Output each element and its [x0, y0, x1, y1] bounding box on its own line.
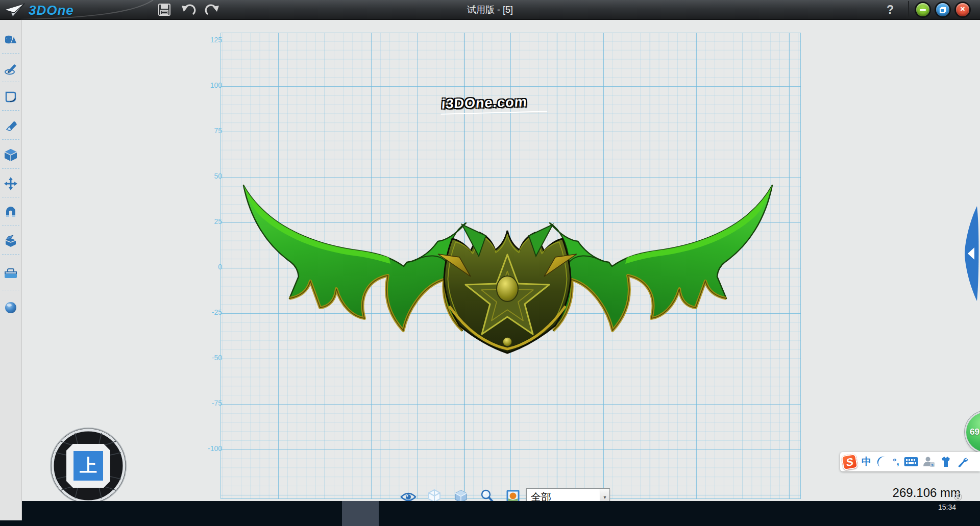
soft-keyboard-icon[interactable]: [904, 457, 918, 467]
help-button[interactable]: ?: [882, 0, 898, 19]
sidebar-separator: [2, 53, 19, 54]
sidebar-item-special-edit[interactable]: [0, 116, 21, 136]
sogou-logo[interactable]: S: [841, 453, 859, 470]
taskbar-clock: 15:34: [938, 503, 956, 511]
settings-wrench-icon[interactable]: [957, 456, 969, 468]
sidebar-separator: [2, 168, 19, 169]
ime-punctuation-toggle[interactable]: °,: [893, 456, 899, 467]
sidebar-item-primitive-solids[interactable]: [0, 30, 21, 50]
skin-shirt-icon[interactable]: [940, 456, 952, 468]
close-button[interactable]: ×: [956, 3, 969, 16]
user-account-icon[interactable]: s: [923, 456, 935, 468]
open-box-icon: [4, 234, 17, 247]
tool-sidebar: [0, 19, 22, 520]
sidebar-item-snap-magnet[interactable]: [0, 202, 21, 222]
titlebar-separator: [908, 1, 909, 18]
view-cube-navigator[interactable]: 上: [48, 426, 128, 506]
sidebar-separator: [2, 139, 19, 140]
sidebar-item-material-sphere[interactable]: [0, 297, 21, 318]
unit-spinner-icon[interactable]: [954, 492, 962, 502]
y-axis-label: 50: [195, 172, 222, 180]
sidebar-item-sketch-edit[interactable]: [0, 87, 21, 107]
sidebar-item-move-transform[interactable]: [0, 173, 21, 194]
view-cube-face-label[interactable]: 上: [74, 451, 103, 481]
taskbar-item[interactable]: [342, 501, 379, 526]
y-axis-label: -100: [195, 444, 222, 453]
y-axis-label: 0: [195, 263, 222, 271]
sidebar-separator: [2, 197, 19, 197]
y-axis-label: 100: [195, 81, 222, 89]
sidebar-item-sketch-draw[interactable]: [0, 59, 21, 79]
os-taskbar[interactable]: 15:34: [0, 501, 980, 526]
sidebar-separator: [2, 110, 19, 111]
y-axis-label: -25: [195, 308, 222, 316]
toolbox-icon: [4, 268, 18, 279]
sidebar-item-combine-box[interactable]: [0, 231, 21, 251]
measurement-readout: 269.106 mm: [893, 486, 961, 500]
ime-lang-toggle[interactable]: 中: [862, 455, 871, 468]
move-arrows-icon: [4, 177, 17, 190]
y-axis-label: 75: [195, 127, 222, 135]
view-cube-face[interactable]: 上: [66, 444, 110, 488]
sidebar-separator: [2, 290, 19, 290]
ime-toolbar: S 中 °, s: [840, 452, 980, 471]
application-window: 125 100 75 50 25 0 -25 -50 -75 -100 -125…: [0, 0, 980, 526]
window-title: 试用版 - [5]: [0, 0, 980, 19]
sidebar-item-feature-modeling[interactable]: [0, 145, 21, 165]
viewport-3d[interactable]: 125 100 75 50 25 0 -25 -50 -75 -100 -125…: [22, 19, 980, 520]
half-moon-icon[interactable]: [876, 456, 888, 468]
y-axis-label: -75: [195, 399, 222, 407]
watermark-text: i3DOne.com: [441, 93, 549, 114]
solid-cube-icon: [4, 148, 17, 162]
sidebar-separator: [2, 254, 19, 255]
sidebar-separator: [2, 226, 19, 226]
sphere-icon: [4, 301, 17, 314]
sidebar-separator: [2, 82, 19, 82]
panel-slide-tab[interactable]: [964, 206, 980, 301]
restore-button[interactable]: [936, 3, 949, 16]
magnet-icon: [4, 206, 17, 219]
y-axis-label: 25: [195, 217, 222, 226]
primitives-icon: [4, 33, 17, 46]
notification-badge-value: 69: [970, 427, 979, 437]
minimize-button[interactable]: [916, 3, 929, 16]
pencil-sketch-icon: [4, 62, 17, 76]
sidebar-item-measure-toolbox[interactable]: [0, 263, 21, 284]
eraser-icon: [4, 119, 17, 133]
rounded-rect-curve-icon: [4, 90, 17, 104]
model-winged-emblem[interactable]: [225, 179, 796, 362]
y-axis-label: -50: [195, 354, 222, 362]
y-axis-label: 125: [195, 36, 222, 44]
title-bar: 3DOne 试用版 - [5] ? ×: [0, 0, 980, 20]
svg-text:s: s: [931, 463, 934, 467]
